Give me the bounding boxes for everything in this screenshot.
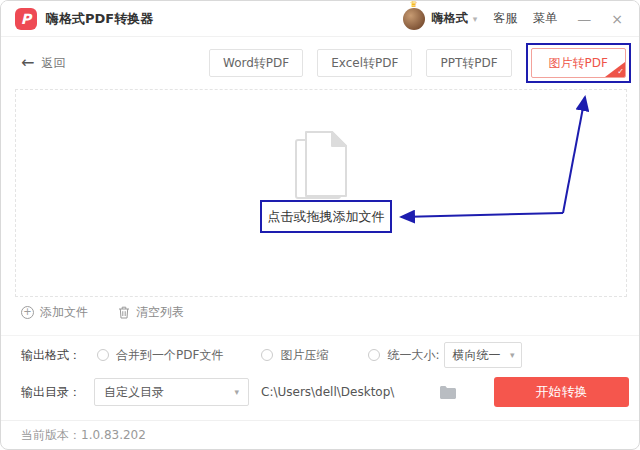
app-title: 嗨格式PDF转换器 [46,10,153,28]
toolbar: ← 返回 Word转PDF Excel转PDF PPT转PDF 图片转PDF ✓ [1,37,639,89]
chevron-down-icon: ▾ [234,387,239,397]
radio-icon [97,349,109,361]
size-option-label: 统一大小: [387,347,439,364]
tab-image-to-pdf[interactable]: 图片转PDF ✓ [531,48,626,78]
chevron-down-icon[interactable]: ▾ [473,14,478,24]
version-value: 1.0.83.202 [81,428,146,442]
uniform-size-select[interactable]: 横向统一 ▾ [444,342,522,368]
trash-icon [118,306,130,319]
uniform-size-value: 横向统一 [452,347,500,364]
crown-icon: ♛ [410,0,418,9]
back-button[interactable]: ← 返回 [21,55,65,72]
annotation-highlight-box: 图片转PDF ✓ [526,43,631,83]
back-arrow-icon: ← [21,55,34,71]
output-dir-row: 输出目录： 自定义目录 ▾ C:\Users\dell\Desktop\ 开始转… [21,377,629,407]
avatar-image [403,8,425,30]
output-format-row: 输出格式： 合并到一个PDF文件 图片压缩 统一大小: 横向统一 ▾ [21,341,619,369]
clear-list-label: 清空列表 [136,304,184,321]
add-file-button[interactable]: + 添加文件 [21,304,88,321]
start-convert-button[interactable]: 开始转换 [494,377,629,407]
support-link[interactable]: 客服 [493,10,517,27]
folder-icon [440,386,456,399]
browse-folder-button[interactable] [440,386,456,399]
tab-ppt-to-pdf[interactable]: PPT转PDF [426,49,511,77]
app-window: P 嗨格式PDF转换器 ♛ 嗨格式 ▾ 客服 菜单 — × ← 返回 Word转… [0,0,640,450]
file-action-row: + 添加文件 清空列表 [21,304,184,321]
compress-option-label: 图片压缩 [280,347,328,364]
section-divider [1,335,639,336]
titlebar: P 嗨格式PDF转换器 ♛ 嗨格式 ▾ 客服 菜单 — × [1,1,639,37]
output-dir-select[interactable]: 自定义目录 ▾ [94,378,249,406]
user-avatar[interactable]: ♛ [403,8,425,30]
dropzone-hint-label: 点击或拖拽添加文件 [268,208,385,226]
close-button[interactable]: × [611,12,623,26]
clear-list-button[interactable]: 清空列表 [118,304,184,321]
conversion-tabs: Word转PDF Excel转PDF PPT转PDF 图片转PDF ✓ [209,43,631,83]
check-icon: ✓ [617,67,624,77]
merge-option-label: 合并到一个PDF文件 [116,347,223,364]
radio-uniform-size[interactable]: 统一大小: [368,347,439,364]
tab-word-to-pdf[interactable]: Word转PDF [209,49,303,77]
plus-circle-icon: + [21,306,34,319]
username[interactable]: 嗨格式 [432,10,468,27]
radio-icon [261,349,273,361]
tab-image-to-pdf-label: 图片转PDF [549,55,608,72]
dropzone-hint[interactable]: 点击或拖拽添加文件 [260,200,392,233]
output-dir-label: 输出目录： [21,384,81,401]
statusbar: 当前版本： 1.0.83.202 [1,420,639,449]
output-format-label: 输出格式： [21,347,81,364]
chevron-down-icon: ▾ [510,350,515,360]
version-label: 当前版本： [21,427,81,444]
add-file-label: 添加文件 [40,304,88,321]
tab-excel-to-pdf[interactable]: Excel转PDF [317,49,412,77]
back-label: 返回 [41,55,65,72]
output-path: C:\Users\dell\Desktop\ [261,385,394,399]
radio-icon [368,349,380,361]
radio-image-compress[interactable]: 图片压缩 [261,347,328,364]
app-logo-icon: P [15,8,37,30]
menu-link[interactable]: 菜单 [533,10,557,27]
documents-icon [285,126,357,202]
minimize-button[interactable]: — [577,12,591,26]
file-dropzone[interactable]: 点击或拖拽添加文件 [15,89,627,297]
output-dir-value: 自定义目录 [104,384,164,401]
radio-merge-pdf[interactable]: 合并到一个PDF文件 [97,347,223,364]
